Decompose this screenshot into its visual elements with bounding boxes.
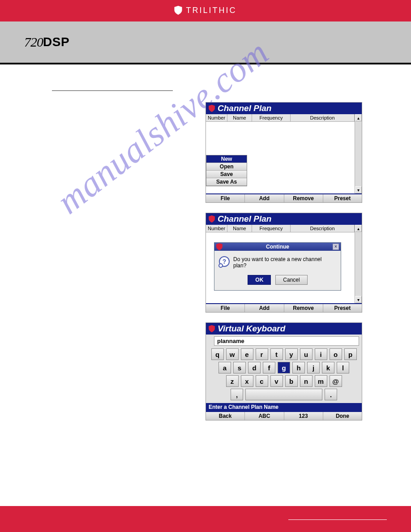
table-header-row: Number Name Frequency Description: [206, 114, 355, 122]
key-w[interactable]: w: [226, 348, 239, 360]
key-g[interactable]: g: [278, 362, 290, 373]
key-period[interactable]: .: [325, 389, 337, 400]
screenshot-virtual-keyboard: Virtual Keyboard planname qwertyuiop asd…: [206, 322, 362, 420]
shield-icon: [209, 105, 215, 112]
scroll-up-icon[interactable]: ▴: [355, 225, 362, 232]
toolbar-preset[interactable]: Preset: [323, 304, 362, 312]
key-@[interactable]: @: [330, 375, 342, 387]
col-frequency[interactable]: Frequency: [252, 114, 291, 121]
key-v[interactable]: v: [270, 375, 283, 387]
key-z[interactable]: z: [226, 375, 239, 387]
key-u[interactable]: u: [300, 348, 313, 360]
model-number: 720: [24, 34, 43, 50]
cancel-button[interactable]: Cancel: [275, 275, 307, 285]
footer-divider: [288, 519, 387, 520]
key-j[interactable]: j: [307, 362, 320, 373]
toolbar-back[interactable]: Back: [206, 412, 245, 420]
window-title-bar: Virtual Keyboard: [206, 323, 362, 335]
close-icon[interactable]: ×: [333, 244, 339, 250]
key-e[interactable]: e: [241, 348, 253, 360]
toolbar-123[interactable]: 123: [284, 412, 323, 420]
scroll-up-icon[interactable]: ▴: [355, 114, 362, 121]
table-header-row: Number Name Frequency Description: [206, 225, 355, 232]
toolbar-remove[interactable]: Remove: [284, 194, 323, 202]
key-comma[interactable]: ,: [231, 389, 243, 400]
key-i[interactable]: i: [315, 348, 327, 360]
toolbar-add[interactable]: Add: [245, 304, 284, 312]
menu-item-open[interactable]: Open: [206, 163, 247, 171]
col-frequency[interactable]: Frequency: [252, 225, 291, 232]
keyboard-prompt: Enter a Channel Plan Name: [206, 403, 362, 411]
menu-item-save[interactable]: Save: [206, 171, 247, 178]
table-body: Continue × ? Do you want to create a new…: [206, 232, 355, 303]
key-m[interactable]: m: [315, 375, 327, 387]
dialog-title: Continue: [266, 244, 289, 250]
file-menu-popup: New Open Save Save As: [206, 155, 247, 186]
key-n[interactable]: n: [300, 375, 313, 387]
window-title: Virtual Keyboard: [218, 324, 285, 334]
key-c[interactable]: c: [256, 375, 268, 387]
screenshot-channel-plan-menu: Channel Plan Number Name Frequency Descr…: [206, 102, 362, 203]
menu-item-new[interactable]: New: [206, 155, 247, 163]
window-title-bar: Channel Plan: [206, 213, 362, 225]
col-number[interactable]: Number: [206, 114, 227, 121]
key-space[interactable]: [245, 389, 322, 400]
confirm-dialog: Continue × ? Do you want to create a new…: [214, 242, 341, 291]
key-o[interactable]: o: [330, 348, 342, 360]
toolbar-add[interactable]: Add: [245, 194, 284, 202]
window-title: Channel Plan: [218, 103, 271, 113]
menu-item-saveas[interactable]: Save As: [206, 178, 247, 186]
col-description[interactable]: Description: [291, 225, 355, 232]
ok-button[interactable]: OK: [248, 275, 271, 285]
scroll-down-icon[interactable]: ▾: [355, 186, 362, 193]
bottom-toolbar: File Add Remove Preset: [206, 303, 362, 312]
shield-icon: [216, 243, 223, 250]
toolbar-preset[interactable]: Preset: [323, 194, 362, 202]
table-body: New Open Save Save As: [206, 122, 355, 193]
key-x[interactable]: x: [241, 375, 253, 387]
key-r[interactable]: r: [256, 348, 268, 360]
brand-banner: TRILITHIC: [0, 0, 411, 21]
toolbar-file[interactable]: File: [206, 194, 245, 202]
shield-icon: [174, 6, 182, 15]
scroll-down-icon[interactable]: ▾: [355, 296, 362, 303]
question-icon: ?: [219, 256, 230, 267]
key-a[interactable]: a: [218, 362, 231, 373]
toolbar-file[interactable]: File: [206, 304, 245, 312]
key-d[interactable]: d: [248, 362, 261, 373]
key-t[interactable]: t: [270, 348, 283, 360]
col-number[interactable]: Number: [206, 225, 227, 232]
bottom-toolbar: Back ABC 123 Done: [206, 411, 362, 420]
key-f[interactable]: f: [263, 362, 275, 373]
col-name[interactable]: Name: [227, 225, 252, 232]
brand-name: TRILITHIC: [186, 6, 236, 15]
shield-icon: [209, 215, 215, 223]
model-header: 720DSP: [0, 21, 411, 64]
keyboard-grid: qwertyuiop asdfghjkl zxcvbnm@ , .: [206, 348, 362, 403]
key-k[interactable]: k: [322, 362, 334, 373]
toolbar-done[interactable]: Done: [323, 412, 362, 420]
dialog-message: Do you want to create a new channel plan…: [233, 256, 336, 269]
section-underline: [52, 90, 173, 91]
key-y[interactable]: y: [285, 348, 298, 360]
key-l[interactable]: l: [337, 362, 349, 373]
key-p[interactable]: p: [344, 348, 357, 360]
text-input[interactable]: planname: [214, 336, 359, 346]
model-suffix: DSP: [43, 35, 69, 49]
window-title-bar: Channel Plan: [206, 103, 362, 114]
key-q[interactable]: q: [211, 348, 224, 360]
vertical-scrollbar[interactable]: ▴ ▾: [355, 114, 362, 193]
key-s[interactable]: s: [233, 362, 246, 373]
vertical-scrollbar[interactable]: ▴ ▾: [355, 225, 362, 303]
page-footer: [0, 506, 411, 532]
window-title: Channel Plan: [218, 214, 271, 224]
shield-icon: [209, 325, 215, 332]
col-name[interactable]: Name: [227, 114, 252, 121]
toolbar-abc[interactable]: ABC: [245, 412, 284, 420]
dialog-title-bar: Continue ×: [214, 243, 341, 251]
bottom-toolbar: File Add Remove Preset: [206, 193, 362, 202]
key-h[interactable]: h: [292, 362, 305, 373]
toolbar-remove[interactable]: Remove: [284, 304, 323, 312]
key-b[interactable]: b: [285, 375, 298, 387]
col-description[interactable]: Description: [291, 114, 355, 121]
